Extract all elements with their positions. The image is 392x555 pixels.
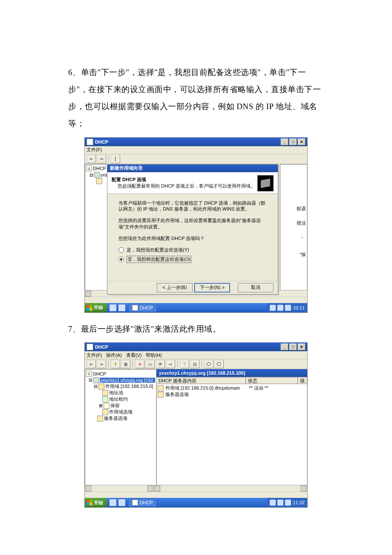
list-row[interactable]: 服务器选项 xyxy=(158,391,306,398)
tray-icon-3[interactable] xyxy=(285,305,291,311)
grid-icon[interactable]: ⊞ xyxy=(121,360,130,368)
menu-file[interactable]: 文件(F) xyxy=(86,147,102,153)
window-titlebar-2[interactable]: Q DHCP _ □ ✕ xyxy=(85,343,307,351)
tree-yxs[interactable]: yxs xyxy=(101,172,108,177)
cancel-button[interactable]: 取消 xyxy=(238,283,274,292)
row1-name: 作用域 [192.168.215.0] dhcpdomain xyxy=(165,385,247,391)
tree-server[interactable]: yxschzy1.chzyjsj.org [192. xyxy=(100,378,155,383)
folder-icon xyxy=(96,178,102,184)
tray-icon-c[interactable] xyxy=(285,500,291,506)
close-button[interactable]: ✕ xyxy=(298,139,306,145)
screenshot-1: Q DHCP _ □ ✕ 文件(F) ⇐ ⇒ [ QDHCP ⊟yxs 新建作用… xyxy=(84,137,308,313)
taskbar-app-2[interactable]: QDHCP xyxy=(128,498,157,507)
row-icon-2 xyxy=(158,392,164,398)
refresh-icon[interactable]: ⟳ xyxy=(156,360,165,368)
tree-lease[interactable]: 地址租约 xyxy=(109,396,128,402)
btn-a[interactable]: ⊡ xyxy=(190,360,199,368)
window-titlebar[interactable]: Q DHCP _ □ ✕ xyxy=(85,138,307,146)
radio-yes-label: 是，我想现在配置这些选项(Y) xyxy=(127,247,189,253)
tree-scope[interactable]: 作用域 [192.168.215.0] xyxy=(105,383,153,390)
radio-no-row[interactable]: 否，我想稍后配置这些选项(O) xyxy=(118,256,267,263)
screenshot-2: Q DHCP _ □ ✕ 文件(F) 操作(A) 查看(V) 帮助(H) ⇐ ⇒… xyxy=(84,342,308,508)
ie-icon[interactable] xyxy=(109,304,117,312)
minimize-button-2[interactable]: _ xyxy=(281,344,288,350)
windows-logo-icon-2 xyxy=(86,500,92,506)
menu-file-2[interactable]: 文件(F) xyxy=(86,352,102,358)
nav-back-icon[interactable]: ⇐ xyxy=(86,155,96,163)
tree-root-2[interactable]: DHCP xyxy=(93,371,106,376)
wizard-icon xyxy=(257,175,274,191)
list-body[interactable]: 作用域 [192.168.215.0] dhcpdomain ** 活动 ** … xyxy=(156,384,307,485)
task-app-icon-2: Q xyxy=(132,500,138,506)
maximize-button-2[interactable]: □ xyxy=(289,344,297,350)
wizard-head-bold: 配置 DHCP 选项 xyxy=(112,176,255,183)
next-button[interactable]: 下一步(N) > xyxy=(194,283,230,292)
tree-pane-2[interactable]: QDHCP ⊟yxschzy1.chzyjsj.org [192. ⊟作用域 [… xyxy=(85,369,156,485)
tree-scopeopt[interactable]: 作用域选项 xyxy=(109,409,133,415)
hint-a: 权该 xyxy=(297,205,306,212)
start-button-2[interactable]: 开始 xyxy=(85,498,107,507)
start-button[interactable]: 开始 xyxy=(85,303,107,312)
tray-icon-b[interactable] xyxy=(277,500,283,506)
hint-b: 授活 xyxy=(297,220,306,226)
task-app-icon: Q xyxy=(132,305,138,311)
desktop-icon[interactable] xyxy=(118,304,126,312)
col-desc[interactable]: 描 xyxy=(298,377,307,384)
col-status[interactable]: 状态 xyxy=(246,377,298,384)
toolbar-btn[interactable]: [ xyxy=(111,155,120,163)
up-icon[interactable]: ⬆ xyxy=(111,360,120,368)
tree-root[interactable]: DHCP xyxy=(93,166,106,171)
back-button[interactable]: < 上一步(B) xyxy=(157,283,193,292)
tree-pool[interactable]: 地址池 xyxy=(109,390,123,396)
folder-icon-2 xyxy=(98,384,104,390)
menubar: 文件(F) xyxy=(85,146,307,154)
radio-yes-row[interactable]: 是，我想现在配置这些选项(Y) xyxy=(118,247,267,253)
taskbar-app[interactable]: QDHCP xyxy=(128,304,157,312)
hint-c: 。 xyxy=(301,233,306,239)
tray-icon-1[interactable] xyxy=(270,305,276,311)
radio-no[interactable] xyxy=(118,257,124,262)
toolbar: ⇐ ⇒ [ xyxy=(85,154,307,164)
menu-help[interactable]: 帮助(H) xyxy=(146,352,161,358)
list-columns: DHCP 服务器内容 状态 描 xyxy=(156,377,307,384)
menu-action[interactable]: 操作(A) xyxy=(106,352,122,358)
hscroll-2[interactable] xyxy=(85,485,307,491)
radio-yes[interactable] xyxy=(118,247,124,253)
help-icon[interactable]: ? xyxy=(180,360,189,368)
nav-forward-icon[interactable]: ⇒ xyxy=(97,155,106,163)
scroll-left-icon[interactable] xyxy=(85,291,91,297)
tree-serveropt[interactable]: 服务器选项 xyxy=(104,415,127,422)
tree-pane[interactable]: QDHCP ⊟yxs xyxy=(85,164,109,290)
scroll-l1[interactable] xyxy=(85,486,91,491)
close-button-2[interactable]: ✕ xyxy=(298,344,306,350)
ie-icon-2[interactable] xyxy=(109,499,117,506)
nav-back-icon-2[interactable]: ⇐ xyxy=(86,360,96,368)
tree-reserve[interactable]: 保留 xyxy=(110,402,120,409)
delete-icon[interactable]: ✕ xyxy=(135,360,144,368)
list-row[interactable]: 作用域 [192.168.215.0] dhcpdomain ** 活动 ** xyxy=(158,385,306,391)
minimize-button[interactable]: _ xyxy=(281,139,288,145)
menu-view[interactable]: 查看(V) xyxy=(126,352,142,358)
step7-text: 7、最后一步选择"激活"来激活此作用域。 xyxy=(68,321,324,338)
maximize-button[interactable]: □ xyxy=(289,139,297,145)
monitor-icon[interactable]: 🖵 xyxy=(204,360,213,368)
props-icon[interactable]: ▭ xyxy=(145,360,155,368)
nav-forward-icon-2[interactable]: ⇒ xyxy=(97,360,106,368)
tray-icon-a[interactable] xyxy=(270,500,276,506)
scroll-r2[interactable] xyxy=(301,486,307,491)
radio-no-label: 否，我想稍后配置这些选项(O) xyxy=(127,256,191,263)
window-title-2: DHCP xyxy=(95,344,108,350)
wizard-title[interactable]: 新建作用域向导 xyxy=(107,165,278,172)
monitor2-icon[interactable]: 🖵 xyxy=(214,360,224,368)
col-content[interactable]: DHCP 服务器内容 xyxy=(156,377,246,384)
window-title: DHCP xyxy=(95,139,108,145)
system-tray-2: 11:32 xyxy=(267,498,307,507)
desktop-icon-2[interactable] xyxy=(118,499,126,506)
tray-icon-2[interactable] xyxy=(277,305,283,311)
app-icon-2: Q xyxy=(86,344,93,350)
export-icon[interactable]: ⇨ xyxy=(166,360,175,368)
scroll-l2[interactable] xyxy=(154,486,160,491)
lease-icon xyxy=(102,396,108,402)
wizard-dialog: 新建作用域向导 配置 DHCP 选项 您必须配置最常用的 DHCP 选项之后，客… xyxy=(107,164,278,295)
scroll-r1[interactable] xyxy=(147,486,153,491)
